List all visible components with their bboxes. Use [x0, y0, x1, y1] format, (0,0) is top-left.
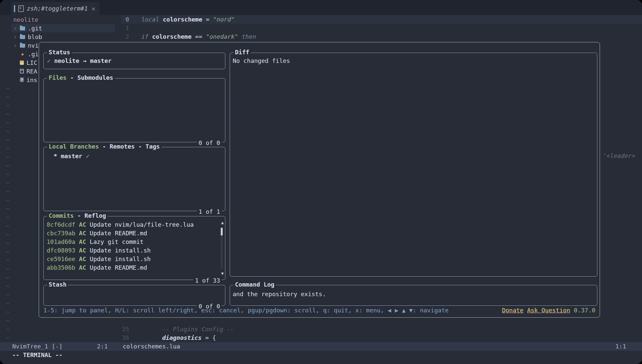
commit-message: Update README.md: [90, 230, 147, 237]
string-token: "nord": [213, 16, 235, 23]
code-line: 36diagnostics = {: [0, 334, 642, 342]
keybar-links: Donate Ask Question 0.37.0: [502, 306, 595, 315]
chevron-right-icon: ›: [13, 33, 17, 40]
leader-hint: '<leader>: [603, 152, 635, 160]
tab-label: zsh;#toggleterm#1: [27, 5, 88, 12]
donate-link[interactable]: Donate: [502, 306, 524, 315]
commit-row[interactable]: dfc08093 AC Update install.sh: [47, 246, 217, 255]
scrollbar-up-icon[interactable]: ▲: [221, 220, 224, 225]
scrollbar-down-icon[interactable]: ▼: [221, 271, 224, 276]
statusline-cursor-right: 1:1: [615, 342, 626, 351]
commit-row[interactable]: ce5916ee AC Update install.sh: [47, 255, 217, 263]
tree-item-git[interactable]: ›.git: [11, 24, 115, 32]
tilde: ~: [6, 196, 10, 205]
close-icon[interactable]: ×: [91, 5, 95, 12]
scrollbar-thumb[interactable]: [221, 228, 223, 236]
tilde: ~: [6, 316, 10, 325]
check-icon: ✓: [86, 153, 90, 159]
folder-icon: [20, 26, 25, 30]
tilde: ~: [6, 325, 10, 334]
tilde: ~: [6, 144, 10, 153]
commit-list[interactable]: 8cf6dcdf AC Update nvim/lua/file-tree.lu…: [47, 220, 217, 272]
statusline-filename: colorschemes.lua: [123, 342, 180, 351]
commit-hash: dfc08093: [47, 247, 75, 254]
line-number: 36: [109, 334, 129, 342]
tilde: ~: [6, 291, 10, 299]
command-log-content: and the repository exists.: [233, 290, 597, 298]
commit-message: Update nvim/lua/file-tree.lua: [90, 221, 194, 228]
tilde: ~: [6, 282, 10, 291]
panel-commits[interactable]: Commits - Reflog 8cf6dcdf AC Update nvim…: [43, 216, 225, 280]
panel-commits-count: 1 of 33: [193, 277, 222, 284]
commit-row[interactable]: 101ad60a AC Lazy git commit: [47, 238, 217, 246]
tilde: ~: [6, 161, 10, 170]
panel-command-log[interactable]: Command Log and the repository exists.: [230, 285, 597, 306]
readme-icon: [20, 69, 24, 73]
commit-hash: 8cf6dcdf: [47, 221, 75, 228]
keyword-token: then: [242, 33, 256, 40]
license-icon: [20, 61, 24, 65]
tilde: ~: [6, 239, 10, 248]
panel-branches-count: 1 of 1: [197, 208, 222, 215]
brace-token: {: [212, 334, 216, 341]
tab-toggleterm[interactable]: zsh;#toggleterm#1 ×: [11, 2, 99, 15]
panel-command-log-title: Command Log: [233, 281, 276, 288]
branch-row[interactable]: * master ✓: [54, 152, 225, 160]
commit-row[interactable]: 8cf6dcdf AC Update nvim/lua/file-tree.lu…: [47, 220, 217, 229]
arrow-icon: →: [83, 57, 86, 64]
commit-hash: cbc739ab: [47, 230, 75, 237]
commit-message: Lazy git commit: [90, 238, 144, 245]
tree-root-label: neolite: [13, 16, 38, 23]
bufferline: zsh;#toggleterm#1 ×: [0, 0, 642, 15]
panel-status-title: Status: [47, 49, 72, 56]
branch-label: * master: [54, 153, 82, 159]
chevron-right-icon: ›: [13, 25, 17, 31]
tilde: ~: [6, 265, 10, 273]
identifier-token: colorscheme: [163, 16, 202, 23]
panel-branches[interactable]: Local Branches - Remotes - Tags * master…: [43, 147, 225, 211]
statusline: NvimTree_1 [-] 2:1 colorschemes.lua 1:1: [0, 342, 642, 351]
tilde: ~: [6, 84, 10, 93]
keybind-bar: 1-5: jump to panel, H/L: scroll left/rig…: [43, 306, 595, 315]
ask-question-link[interactable]: Ask Question: [527, 306, 570, 315]
identifier-token: colorscheme: [152, 33, 192, 40]
identifier-token: diagnostics: [162, 334, 202, 341]
keyword-token: if: [141, 33, 149, 40]
tilde: ~: [6, 308, 10, 316]
commit-author: AC: [79, 238, 86, 245]
panel-branches-title: Local Branches - Remotes - Tags: [47, 143, 161, 150]
panel-files-title: Files - Submodules: [47, 74, 115, 81]
tree-item-blob[interactable]: ›blob: [11, 32, 115, 41]
commit-message: Update install.sh: [90, 255, 151, 262]
panel-stash[interactable]: Stash 0 of 0: [43, 285, 225, 306]
panel-stash-title: Stash: [47, 281, 68, 288]
panel-status[interactable]: Status ✓ neolite → master: [43, 53, 225, 69]
tree-root[interactable]: neolite: [11, 15, 115, 24]
operator-token: ==: [195, 33, 203, 40]
tilde: ~: [6, 299, 10, 308]
operator-token: =: [205, 334, 209, 341]
tilde: ~: [6, 127, 10, 136]
tilde: ~: [6, 187, 10, 196]
script-icon: [20, 77, 24, 82]
tilde: ~: [6, 101, 10, 110]
branch-name: master: [90, 57, 112, 64]
panel-files-count: 0 of 0: [197, 139, 222, 146]
panel-files[interactable]: Files - Submodules 0 of 0: [43, 78, 225, 142]
commit-row[interactable]: abb3506b AC Update README.md: [47, 263, 217, 272]
panel-commits-title: Commits - Reflog: [47, 212, 108, 219]
tilde: ~: [6, 136, 10, 144]
lazygit-float: Status ✓ neolite → master Files - Submod…: [39, 42, 600, 318]
commit-author: AC: [79, 221, 86, 228]
commit-message: Update README.md: [90, 264, 147, 271]
commit-author: AC: [79, 255, 86, 262]
repo-name: neolite: [54, 57, 79, 64]
keybind-hints: 1-5: jump to panel, H/L: scroll left/rig…: [43, 306, 449, 315]
gitignore-icon: ◆: [20, 51, 25, 57]
tilde: ~: [6, 213, 10, 222]
commit-row[interactable]: cbc739ab AC Update README.md: [47, 229, 217, 238]
panel-diff[interactable]: Diff No changed files: [230, 53, 597, 277]
tilde: ~: [6, 222, 10, 230]
diff-content: No changed files: [233, 57, 597, 65]
mode-indicator: -- TERMINAL --: [12, 351, 63, 359]
